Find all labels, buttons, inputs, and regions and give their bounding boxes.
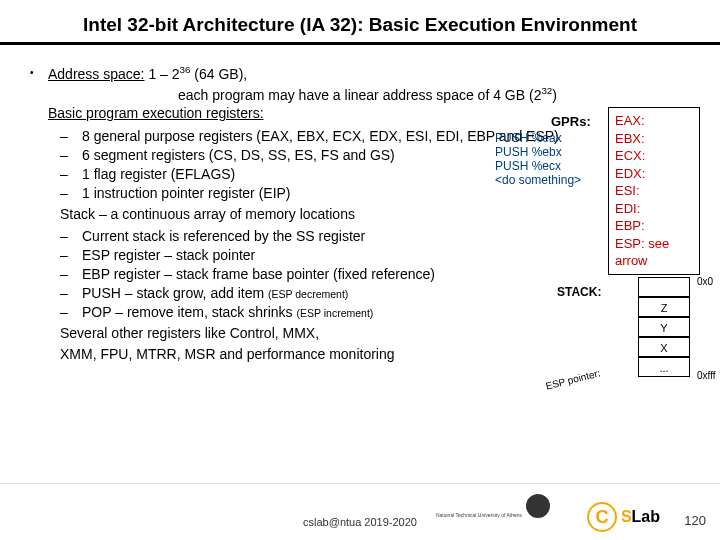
address-space-line1: Address space: 1 – 236 (64 GB), <box>48 63 708 84</box>
registers-sublist: –8 general purpose registers (EAX, EBX, … <box>30 127 708 203</box>
other-registers-l1: Several other registers like Control, MM… <box>30 324 708 343</box>
esp-pointer-label: ESP pointer: <box>545 367 602 391</box>
logo-c-icon: C <box>587 502 617 532</box>
list-item: –PUSH – stack grow, add item (ESP decrem… <box>60 284 708 303</box>
other-registers-l2: XMM, FPU, MTRR, MSR and performance moni… <box>30 345 708 364</box>
page-number: 120 <box>684 513 706 528</box>
university-label: National Technical University of Athens <box>436 513 522 519</box>
logo-text: SLab <box>621 508 660 526</box>
push-instructions: PUSH %eaxPUSH %ebxPUSH %ecx<do something… <box>495 131 581 187</box>
footer-text: cslab@ntua 2019-2020 <box>303 516 417 528</box>
stack-label: STACK: <box>557 285 601 299</box>
stack-sublist: –Current stack is referenced by the SS r… <box>30 227 708 321</box>
cslab-logo: C SLab <box>587 502 660 532</box>
footer-divider <box>0 483 720 484</box>
stack-heading: Stack – a continuous array of memory loc… <box>30 205 708 224</box>
gprs-label: GPRs: <box>551 114 591 129</box>
footer: National Technical University of Athens … <box>0 480 720 540</box>
list-item: –POP – remove item, stack shrinks (ESP i… <box>60 303 708 322</box>
slide-title: Intel 32-bit Architecture (IA 32): Basic… <box>0 0 720 42</box>
stack-addr-bottom: 0xfff <box>697 370 716 381</box>
title-underline <box>0 42 720 45</box>
bullet-icon: • <box>30 63 48 123</box>
stack-diagram: ZYX... <box>638 277 690 377</box>
address-space-line2: each program may have a linear address s… <box>48 84 708 105</box>
stack-addr-top: 0x0 <box>697 276 713 287</box>
university-seal-icon <box>526 494 550 518</box>
register-box: EAX:EBX:ECX:EDX:ESI:EDI:EBP:ESP: see arr… <box>608 107 700 275</box>
